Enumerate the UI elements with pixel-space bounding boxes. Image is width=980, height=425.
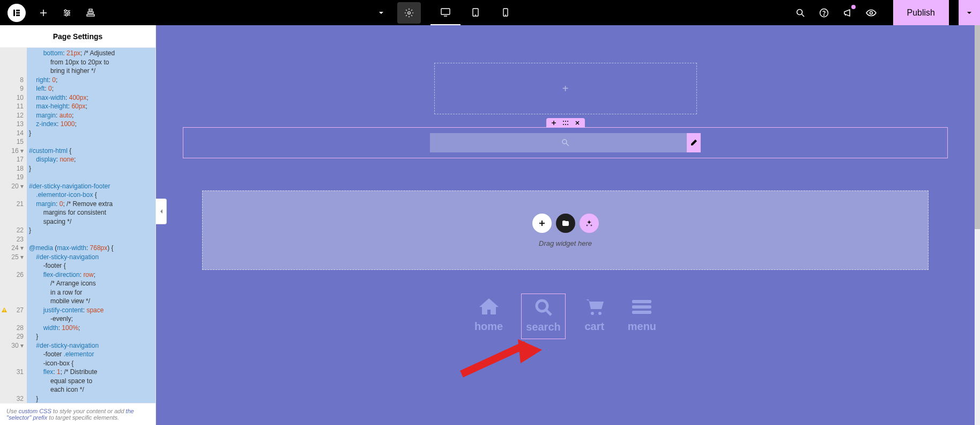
editor-code[interactable]: bottom: 21px; /* Adjusted from 10px to 2… xyxy=(27,48,117,403)
home-icon xyxy=(478,297,500,317)
canvas-scrollbar[interactable] xyxy=(975,25,980,425)
delete-section-icon[interactable] xyxy=(574,120,581,126)
svg-rect-27 xyxy=(4,309,4,311)
top-bar-center xyxy=(369,1,521,25)
custom-css-link[interactable]: custom CSS xyxy=(19,408,51,414)
nav-item-menu[interactable]: menu xyxy=(628,297,656,334)
template-library-button[interactable] xyxy=(556,214,575,233)
mobile-tab[interactable] xyxy=(491,1,521,25)
edit-widget-button[interactable] xyxy=(687,133,701,152)
svg-point-31 xyxy=(563,121,564,122)
svg-point-43 xyxy=(537,301,547,311)
structure-icon[interactable] xyxy=(85,7,96,19)
svg-line-44 xyxy=(546,310,551,315)
ai-button[interactable] xyxy=(580,214,599,233)
elementor-logo[interactable] xyxy=(8,4,26,22)
svg-point-35 xyxy=(565,124,566,125)
add-widget-button[interactable] xyxy=(532,214,552,233)
svg-rect-13 xyxy=(88,12,93,13)
publish-options-dropdown[interactable] xyxy=(959,0,980,25)
top-bar-right: Publish xyxy=(793,0,980,25)
svg-rect-14 xyxy=(87,14,94,16)
svg-rect-47 xyxy=(632,300,651,303)
drop-zone-text: Drag widget here xyxy=(539,239,592,247)
top-bar-left xyxy=(0,4,96,22)
cart-icon xyxy=(584,297,605,317)
tablet-tab[interactable] xyxy=(461,1,491,25)
search-icon xyxy=(534,297,553,318)
add-section-icon[interactable] xyxy=(551,120,557,126)
editor-gutter: 8 9 10 11 12 13 14 15 16 ▾ 17 18 19 20 ▾… xyxy=(0,48,27,403)
svg-line-23 xyxy=(801,14,804,17)
panel-collapse-handle[interactable] xyxy=(156,199,167,224)
menu-icon xyxy=(631,297,652,317)
svg-rect-1 xyxy=(16,10,20,11)
svg-point-22 xyxy=(797,9,802,14)
svg-rect-2 xyxy=(16,12,20,13)
svg-point-45 xyxy=(591,312,594,315)
svg-point-11 xyxy=(65,14,68,16)
svg-point-7 xyxy=(64,10,66,12)
svg-rect-0 xyxy=(13,10,15,16)
document-settings-button[interactable] xyxy=(397,2,421,24)
top-bar: Publish xyxy=(0,0,980,25)
svg-rect-28 xyxy=(4,311,4,312)
drag-section-icon[interactable] xyxy=(562,120,569,126)
svg-point-36 xyxy=(567,124,568,125)
desktop-tab[interactable] xyxy=(430,1,461,25)
widget-placeholder-icon xyxy=(561,138,570,147)
sidebar-panel: Page Settings 8 9 10 11 12 13 14 15 16 ▾… xyxy=(0,25,156,425)
svg-point-26 xyxy=(870,11,872,14)
panel-title: Page Settings xyxy=(0,25,155,48)
history-dropdown[interactable] xyxy=(369,2,393,24)
nav-item-cart[interactable]: cart xyxy=(584,297,605,334)
svg-rect-48 xyxy=(632,305,651,309)
svg-point-25 xyxy=(823,14,824,15)
finder-icon[interactable] xyxy=(793,6,807,20)
nav-item-search[interactable]: search xyxy=(521,294,566,339)
section-handle xyxy=(546,118,585,128)
drop-zone-buttons xyxy=(532,214,599,233)
notification-dot xyxy=(851,5,856,9)
svg-rect-12 xyxy=(89,9,92,11)
svg-point-9 xyxy=(68,12,70,14)
empty-section-placeholder[interactable]: + xyxy=(434,63,697,114)
plus-icon: + xyxy=(562,83,569,95)
nav-item-home[interactable]: home xyxy=(474,297,503,334)
svg-point-46 xyxy=(598,312,602,315)
svg-point-34 xyxy=(563,124,564,125)
sticky-footer-nav: home search cart menu xyxy=(156,297,975,345)
page-settings-icon[interactable] xyxy=(61,7,73,19)
svg-line-40 xyxy=(566,143,569,146)
svg-point-39 xyxy=(562,140,567,144)
help-icon[interactable] xyxy=(817,6,831,20)
responsive-tabs xyxy=(430,1,521,25)
selected-section[interactable] xyxy=(183,127,948,158)
selected-widget[interactable] xyxy=(430,133,701,152)
scrollbar-thumb[interactable] xyxy=(975,25,980,229)
whats-new-icon[interactable] xyxy=(841,6,855,20)
svg-point-15 xyxy=(408,11,411,14)
preview-icon[interactable] xyxy=(864,6,878,20)
svg-rect-49 xyxy=(632,311,651,314)
drop-zone[interactable]: Drag widget here xyxy=(202,190,929,270)
editor-help-text: Use custom CSS to style your content or … xyxy=(0,403,155,425)
add-element-icon[interactable] xyxy=(38,7,49,19)
css-editor[interactable]: 8 9 10 11 12 13 14 15 16 ▾ 17 18 19 20 ▾… xyxy=(0,48,155,403)
publish-button[interactable]: Publish xyxy=(893,0,949,25)
svg-rect-16 xyxy=(441,9,450,14)
svg-point-33 xyxy=(567,121,568,122)
editor-canvas[interactable]: + Drag widget here home xyxy=(156,25,975,425)
svg-point-32 xyxy=(565,121,566,122)
svg-rect-3 xyxy=(16,14,20,16)
